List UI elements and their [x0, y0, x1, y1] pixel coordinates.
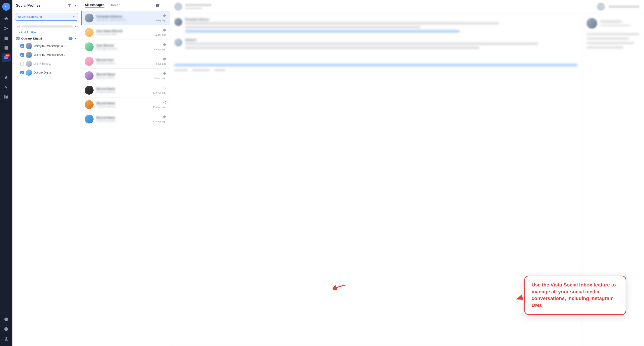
message-item-5[interactable]: Blurred Name Blurred content... 7 days a…	[81, 69, 170, 83]
nav-item-help[interactable]	[2, 325, 11, 333]
svg-rect-6	[7, 95, 8, 98]
profile-avatar-outrank-digital	[26, 70, 32, 76]
social-badge-linkedin2	[30, 65, 32, 67]
profile-checkbox-jimmy-fb[interactable]	[20, 44, 24, 48]
message-item-2[interactable]: User Name Blurred Preview text here... a…	[81, 25, 170, 40]
svg-point-33	[165, 103, 166, 104]
profile-item-jimmy-fb[interactable]: Jimmy R. | Marketing Co...	[12, 42, 81, 50]
message-content-6: Blurred Name Content blurred...	[96, 87, 150, 93]
message-time-8: 12 days ago	[153, 120, 166, 123]
tab-all-messages[interactable]: All Messages	[85, 3, 104, 8]
message-avatar-7	[85, 100, 94, 109]
message-avatar-6	[85, 86, 94, 95]
message-item-1[interactable]: Fernanda Universe Hey there, check this …	[81, 11, 170, 25]
nav-item-boost[interactable]	[2, 83, 11, 91]
nav-item-add[interactable]	[2, 315, 11, 324]
main-header	[170, 0, 644, 14]
message-avatar-5	[85, 71, 94, 80]
profile-checkbox-jimmy-rodela[interactable]	[20, 62, 24, 66]
profile-item-outrank-digital[interactable]: Outrank Digital	[12, 68, 81, 77]
tooltip-popup: Use the Vista Social Inbox feature to ma…	[524, 276, 626, 315]
group-collapse-icon[interactable]	[74, 25, 78, 28]
svg-point-32	[164, 102, 164, 103]
message-name-4: Blurred User	[96, 58, 152, 62]
messages-list: Fernanda Universe Hey there, check this …	[81, 11, 170, 346]
message-meta-5: 7 days ago	[154, 72, 166, 80]
message-preview-2: Preview text here...	[96, 33, 153, 36]
message-time-2: a day ago	[156, 34, 166, 36]
app-logo[interactable]	[2, 3, 10, 11]
profile-checkbox-outrank-digital[interactable]	[20, 71, 24, 74]
message-item-3[interactable]: User Blurred Message preview... 4 days a…	[81, 40, 170, 54]
message-content-4: Blurred User Blurred preview...	[96, 58, 152, 65]
svg-point-18	[164, 4, 164, 5]
collapse-icon[interactable]	[74, 4, 78, 8]
message-meta-6: 11 days ago	[153, 86, 166, 94]
nav-item-home[interactable]	[2, 14, 11, 23]
nav-item-inbox[interactable]: +99	[2, 53, 11, 62]
nav-item-calendar[interactable]	[2, 34, 11, 43]
svg-point-31	[165, 101, 166, 102]
tooltip-arrow	[333, 282, 346, 292]
group-expand-icon[interactable]	[74, 37, 78, 40]
message-preview-5: Blurred content...	[96, 76, 152, 79]
svg-rect-5	[6, 96, 7, 99]
conv-sender-2: Jimmy R.	[185, 38, 578, 42]
messages-header-actions	[156, 3, 166, 7]
message-item-8[interactable]: Blurred Name Content blurred... 12 days …	[81, 112, 170, 126]
message-meta-7: 11 days ago	[153, 101, 166, 108]
nav-item-reports[interactable]	[2, 92, 11, 101]
svg-line-29	[164, 88, 165, 89]
svg-point-7	[4, 317, 8, 321]
select-all-checkbox[interactable]	[16, 25, 20, 28]
message-item-4[interactable]: Blurred User Blurred preview... 7 days a…	[81, 54, 170, 69]
profile-item-jimmy-li[interactable]: Jimmy R. | Marketing Co...	[12, 50, 81, 59]
at-icon-5	[163, 72, 166, 76]
message-time-4: 7 days ago	[154, 62, 166, 65]
message-avatar-4	[85, 57, 94, 66]
social-badge-linkedin	[30, 56, 32, 58]
svg-point-28	[165, 88, 166, 89]
svg-point-12	[6, 337, 7, 339]
social-badge-facebook2	[30, 74, 32, 76]
message-item-6[interactable]: Blurred Name Content blurred... 11 days …	[81, 83, 170, 97]
nav-item-publish[interactable]	[2, 24, 11, 33]
tab-unread[interactable]: Unread	[110, 3, 120, 7]
profile-checkbox-jimmy-li[interactable]	[20, 53, 24, 57]
add-profiles-button[interactable]: + Add Profiles	[12, 30, 81, 35]
message-preview-6: Content blurred...	[96, 90, 150, 93]
filter-icon[interactable]	[68, 4, 72, 8]
svg-rect-4	[4, 95, 6, 99]
right-panel-content	[586, 33, 640, 49]
message-content-7: Blurred Name Content blurred...	[96, 101, 150, 108]
message-avatar-1	[85, 14, 94, 23]
at-icon-1	[163, 14, 166, 18]
message-preview-4: Blurred preview...	[96, 62, 152, 65]
profile-group-outrank[interactable]: Outrank Digital 3	[12, 35, 81, 42]
refresh-icon[interactable]	[156, 3, 160, 7]
nav-item-user[interactable]	[2, 334, 11, 343]
message-content-1: Fernanda Universe Hey there, check this …	[96, 15, 153, 21]
profile-selector-dropdown[interactable]: Select Profiles · 3	[15, 13, 78, 21]
profile-item-jimmy-rodela[interactable]: Jimmy Rodela	[12, 59, 81, 68]
message-preview-1: Hey there, check this out...	[96, 18, 153, 21]
nav-item-listen[interactable]	[2, 73, 11, 82]
profile-list: + Add Profiles Outrank Digital 3 Jimmy R…	[12, 23, 81, 346]
svg-marker-3	[4, 76, 8, 79]
profile-name-jimmy-li: Jimmy R. | Marketing Co...	[34, 53, 78, 56]
share-icon-6	[163, 86, 166, 90]
profile-avatar-jimmy-fb	[26, 43, 32, 49]
conv-message-row-2: Jimmy R.	[174, 38, 578, 50]
message-name-8: Blurred Name	[96, 116, 150, 119]
messages-header: All Messages Unread	[81, 0, 170, 11]
nav-item-analytics[interactable]	[2, 63, 11, 72]
sidebar-title: Social Profiles	[16, 4, 40, 8]
group-checkbox-outrank[interactable]	[16, 37, 20, 40]
message-item-7[interactable]: Blurred Name Content blurred... 11 days …	[81, 97, 170, 112]
more-options-icon[interactable]	[162, 3, 166, 7]
select-all-item[interactable]	[12, 23, 81, 30]
conv-sender-1: Fernanda Universe	[185, 18, 578, 21]
message-meta-1: a day ago	[156, 14, 166, 22]
nav-item-media[interactable]	[2, 44, 11, 52]
active-indicator	[81, 11, 82, 25]
